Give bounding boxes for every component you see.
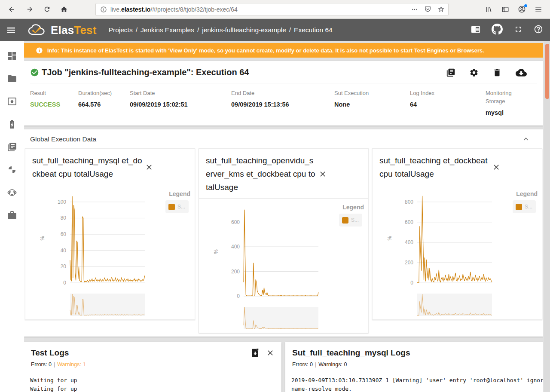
- sidebar-item-toolbox[interactable]: [7, 210, 17, 220]
- page-actions-icon[interactable]: [411, 6, 418, 13]
- library-icon[interactable]: [485, 6, 493, 13]
- browser-back-button[interactable]: [4, 2, 19, 17]
- sidebar-item-test-engines[interactable]: [7, 119, 17, 129]
- close-log-card-button[interactable]: [266, 349, 275, 357]
- chart-title: sut_full_teaching_mysql et_dockbeat cpu …: [32, 154, 143, 181]
- result-value: SUCCESS: [30, 101, 78, 108]
- browser-forward-button[interactable]: [23, 3, 36, 16]
- execution-details: ResultSUCCESS Duration(sec)664.576 Start…: [30, 83, 537, 126]
- log-index-value: 64: [410, 101, 486, 108]
- log-card-title: Test Logs: [31, 348, 69, 358]
- github-icon[interactable]: [492, 24, 503, 37]
- browser-home-button[interactable]: [58, 3, 70, 16]
- sidebar-item-dashboard[interactable]: [7, 51, 17, 61]
- publish-box-icon: [7, 96, 17, 107]
- chart-title: sut_full_teaching_openvidu_server_kms et…: [206, 154, 317, 194]
- svg-text:400: 400: [405, 239, 413, 245]
- account-icon[interactable]: [518, 5, 526, 13]
- fullscreen-icon[interactable]: [514, 25, 522, 35]
- end-date-value: 09/09/2019 15:13:56: [231, 101, 334, 108]
- info-icon: [36, 47, 43, 54]
- close-icon: [492, 163, 501, 172]
- close-icon: [318, 170, 327, 178]
- global-execution-data-section: Global Execution Data sut_full_teaching_…: [24, 129, 543, 337]
- sidebars-icon[interactable]: [501, 6, 509, 13]
- metric-chart-card: sut_full_teaching_mysql et_dockbeat cpu …: [25, 148, 195, 320]
- close-icon: [266, 349, 275, 357]
- breadcrumb-separator: /: [197, 26, 199, 34]
- svg-text:100: 100: [58, 199, 66, 205]
- svg-text:200: 200: [231, 269, 240, 275]
- config-button[interactable]: [469, 68, 479, 77]
- legend-series-chip[interactable]: S...: [339, 214, 362, 227]
- svg-text:%: %: [40, 236, 46, 241]
- docs-icon[interactable]: [471, 24, 480, 36]
- duration-value: 664.576: [78, 101, 130, 108]
- log-output[interactable]: 2019-09-09T13:03:10.731390Z 1 [Warning] …: [285, 372, 543, 392]
- browser-toolbar: live.elastest.io/#/projects/8/tjob/32/tj…: [0, 0, 550, 19]
- sidebar-item-test-link[interactable]: [7, 187, 17, 198]
- svg-text:200: 200: [405, 260, 413, 266]
- legend-title: Legend: [513, 190, 538, 197]
- svg-text:%: %: [213, 249, 219, 254]
- elastest-logo[interactable]: [27, 23, 47, 37]
- download-logs-button[interactable]: [251, 348, 259, 357]
- bookmark-star-icon[interactable]: [437, 6, 445, 13]
- start-date-value: 09/09/2019 15:02:51: [130, 101, 231, 108]
- chart-legend: Legend S...: [339, 204, 364, 227]
- sidebar-item-tjobs[interactable]: [7, 96, 17, 107]
- cloud-download-icon: [516, 68, 527, 77]
- collapse-section-button[interactable]: [522, 136, 529, 143]
- field-label: Result: [30, 89, 78, 97]
- forward-arrow-icon: [26, 6, 34, 13]
- field-label: Sut Execution: [334, 89, 410, 97]
- sut-logs-card: Sut_full_teaching_mysql Logs Errors: 0|W…: [285, 342, 543, 392]
- delete-button[interactable]: [492, 68, 502, 77]
- field-label: Log Index: [410, 89, 486, 97]
- svg-text:0: 0: [410, 280, 413, 286]
- browser-reload-button[interactable]: [40, 3, 53, 16]
- log-counts: Errors: 0|Warnings: 1: [24, 358, 281, 372]
- close-chart-button[interactable]: [318, 170, 327, 178]
- app-menu-toggle[interactable]: [2, 25, 21, 35]
- scrollbar-thumb[interactable]: [545, 44, 549, 99]
- site-info-icon[interactable]: [100, 6, 107, 13]
- help-icon[interactable]: [534, 24, 543, 36]
- breadcrumb: Projects / Jenkins Examples / jenkins-fu…: [109, 26, 333, 34]
- series-color-swatch: [168, 204, 175, 210]
- svg-text:800: 800: [405, 199, 413, 205]
- errors-count: Errors: 0: [292, 361, 313, 368]
- warnings-count: Warnings: 0: [318, 361, 347, 368]
- banner-text: Info: This instance of ElasTest is start…: [47, 47, 484, 54]
- close-chart-button[interactable]: [145, 163, 153, 172]
- series-label: S...: [525, 204, 532, 210]
- file-download-icon: [251, 348, 259, 357]
- scrollbar-track[interactable]: [544, 41, 550, 392]
- breadcrumb-item-project[interactable]: Jenkins Examples: [141, 26, 194, 34]
- legend-series-chip[interactable]: S...: [165, 200, 189, 213]
- warnings-count: Warnings: 1: [57, 361, 86, 368]
- close-icon: [145, 163, 153, 172]
- view-logs-button[interactable]: [446, 68, 455, 77]
- url-bar[interactable]: live.elastest.io/#/projects/8/tjob/32/tj…: [95, 3, 449, 16]
- menu-icon[interactable]: [535, 6, 542, 13]
- svg-text:0: 0: [237, 293, 240, 299]
- log-counts: Errors: 0|Warnings: 0: [285, 358, 543, 372]
- breadcrumb-item-execution[interactable]: Execution 64: [294, 26, 333, 34]
- legend-series-chip[interactable]: S...: [513, 200, 536, 213]
- sidebar-item-projects[interactable]: [7, 74, 17, 84]
- chevron-up-icon: [522, 136, 529, 143]
- pocket-icon[interactable]: [424, 6, 431, 13]
- section-title: Global Execution Data: [30, 135, 96, 143]
- breadcrumb-item-projects[interactable]: Projects: [109, 26, 133, 34]
- svg-text:400: 400: [231, 244, 240, 250]
- breadcrumb-item-tjob[interactable]: jenkins-fullteaching-example: [202, 26, 286, 34]
- close-chart-button[interactable]: [492, 163, 501, 172]
- log-output[interactable]: Waiting for up Waiting for up Waiting fo…: [24, 372, 281, 392]
- sidebar-item-logs[interactable]: [7, 142, 17, 152]
- breadcrumb-separator: /: [289, 26, 291, 34]
- sidebar-item-services[interactable]: [7, 165, 17, 175]
- test-logs-card: Test Logs Errors: 0|Warnings: 1 Waiting …: [24, 342, 281, 392]
- download-button[interactable]: [516, 68, 527, 77]
- url-text: live.elastest.io/#/projects/8/tjob/32/tj…: [110, 6, 408, 13]
